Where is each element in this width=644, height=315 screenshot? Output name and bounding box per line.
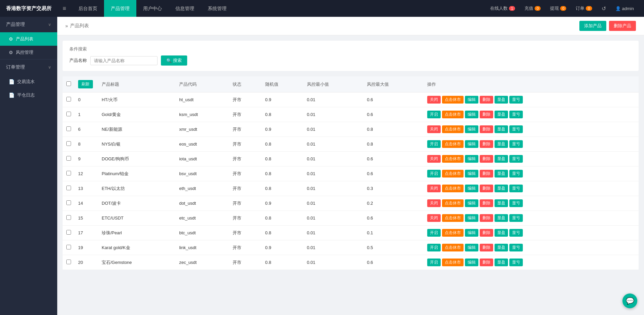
edit-button[interactable]: 编辑 <box>465 170 478 178</box>
sidebar-item-close-log[interactable]: 📄 平仓日志 <box>0 88 57 102</box>
edit-button[interactable]: 编辑 <box>465 259 478 266</box>
pause-button[interactable]: 点击休市 <box>442 214 464 222</box>
edit-button[interactable]: 编辑 <box>465 140 478 148</box>
show-loss-button[interactable]: 显亏 <box>509 96 523 104</box>
pause-button[interactable]: 点击休市 <box>442 111 464 118</box>
nav-item-products[interactable]: 产品管理 <box>104 0 136 17</box>
nav-item-system[interactable]: 系统管理 <box>201 0 233 17</box>
edit-button[interactable]: 编辑 <box>465 111 478 118</box>
show-loss-button[interactable]: 显亏 <box>509 125 523 133</box>
toggle-button[interactable]: 关闭 <box>427 199 441 207</box>
add-product-button[interactable]: 添加产品 <box>579 21 606 31</box>
pause-button[interactable]: 点击休市 <box>442 96 464 104</box>
sidebar-item-transactions[interactable]: 📄 交易流水 <box>0 75 57 88</box>
edit-button[interactable]: 编辑 <box>465 229 478 237</box>
show-loss-button[interactable]: 显亏 <box>509 111 523 118</box>
search-input[interactable] <box>90 56 158 65</box>
delete-row-button[interactable]: 删除 <box>480 244 493 251</box>
row-checkbox[interactable] <box>66 215 71 220</box>
show-profit-button[interactable]: 显盈 <box>495 259 508 266</box>
delete-row-button[interactable]: 删除 <box>480 259 493 266</box>
toggle-button[interactable]: 关闭 <box>427 214 441 222</box>
show-profit-button[interactable]: 显盈 <box>495 96 508 104</box>
nav-item-dashboard[interactable]: 后台首页 <box>72 0 104 17</box>
show-profit-button[interactable]: 显盈 <box>495 199 508 207</box>
delete-row-button[interactable]: 删除 <box>480 229 493 237</box>
show-loss-button[interactable]: 显亏 <box>509 199 523 207</box>
select-all-checkbox[interactable] <box>66 81 71 86</box>
edit-button[interactable]: 编辑 <box>465 244 478 251</box>
toggle-button[interactable]: 关闭 <box>427 155 441 163</box>
online-count-item[interactable]: 在线人数 1 <box>485 0 520 17</box>
show-profit-button[interactable]: 显盈 <box>495 229 508 237</box>
sidebar-item-risk-control[interactable]: ⚙ 风控管理 <box>0 46 57 59</box>
refresh-item[interactable]: ↺ <box>597 0 611 17</box>
edit-button[interactable]: 编辑 <box>465 199 478 207</box>
edit-button[interactable]: 编辑 <box>465 155 478 163</box>
show-profit-button[interactable]: 显盈 <box>495 111 508 118</box>
chat-bubble[interactable]: 💬 <box>622 293 637 308</box>
row-checkbox[interactable] <box>66 156 71 161</box>
delete-row-button[interactable]: 删除 <box>480 96 493 104</box>
row-checkbox[interactable] <box>66 200 71 205</box>
row-checkbox[interactable] <box>66 141 71 146</box>
toggle-button[interactable]: 关闭 <box>427 96 441 104</box>
admin-profile-item[interactable]: 👤 admin <box>611 0 639 17</box>
delete-row-button[interactable]: 删除 <box>480 125 493 133</box>
recharge-item[interactable]: 充值 0 <box>520 0 545 17</box>
toggle-button[interactable]: 开启 <box>427 170 441 178</box>
row-checkbox[interactable] <box>66 245 71 249</box>
row-checkbox[interactable] <box>66 126 71 131</box>
sidebar-group-title-products[interactable]: 产品管理 ∨ <box>0 17 57 32</box>
show-loss-button[interactable]: 显亏 <box>509 155 523 163</box>
refresh-button[interactable]: 刷新 <box>78 80 93 88</box>
show-loss-button[interactable]: 显亏 <box>509 229 523 237</box>
toggle-button[interactable]: 开启 <box>427 244 441 251</box>
show-profit-button[interactable]: 显盈 <box>495 155 508 163</box>
row-checkbox[interactable] <box>66 186 71 190</box>
pause-button[interactable]: 点击休市 <box>442 244 464 251</box>
pause-button[interactable]: 点击休市 <box>442 199 464 207</box>
show-profit-button[interactable]: 显盈 <box>495 185 508 192</box>
delete-product-button[interactable]: 删除产品 <box>609 21 636 31</box>
row-checkbox[interactable] <box>66 230 71 235</box>
pause-button[interactable]: 点击休市 <box>442 155 464 163</box>
toggle-button[interactable]: 开启 <box>427 229 441 237</box>
edit-button[interactable]: 编辑 <box>465 125 478 133</box>
delete-row-button[interactable]: 删除 <box>480 155 493 163</box>
show-loss-button[interactable]: 显亏 <box>509 259 523 266</box>
toggle-button[interactable]: 开启 <box>427 140 441 148</box>
sidebar-group-title-orders[interactable]: 订单管理 ∨ <box>0 60 57 75</box>
delete-row-button[interactable]: 删除 <box>480 170 493 178</box>
delete-row-button[interactable]: 删除 <box>480 199 493 207</box>
show-loss-button[interactable]: 显亏 <box>509 244 523 251</box>
show-profit-button[interactable]: 显盈 <box>495 170 508 178</box>
delete-row-button[interactable]: 删除 <box>480 140 493 148</box>
pause-button[interactable]: 点击休市 <box>442 185 464 192</box>
delete-row-button[interactable]: 删除 <box>480 185 493 192</box>
row-checkbox[interactable] <box>66 260 71 264</box>
show-loss-button[interactable]: 显亏 <box>509 185 523 192</box>
show-loss-button[interactable]: 显亏 <box>509 170 523 178</box>
delete-row-button[interactable]: 删除 <box>480 214 493 222</box>
row-checkbox[interactable] <box>66 171 71 175</box>
pause-button[interactable]: 点击休市 <box>442 229 464 237</box>
row-checkbox[interactable] <box>66 97 71 102</box>
edit-button[interactable]: 编辑 <box>465 185 478 192</box>
show-profit-button[interactable]: 显盈 <box>495 140 508 148</box>
toggle-button[interactable]: 开启 <box>427 259 441 266</box>
edit-button[interactable]: 编辑 <box>465 96 478 104</box>
show-profit-button[interactable]: 显盈 <box>495 214 508 222</box>
sidebar-toggle-icon[interactable]: ≡ <box>57 5 72 12</box>
pause-button[interactable]: 点击休市 <box>442 259 464 266</box>
nav-item-users[interactable]: 用户中心 <box>136 0 169 17</box>
toggle-button[interactable]: 关闭 <box>427 125 441 133</box>
pause-button[interactable]: 点击休市 <box>442 125 464 133</box>
show-profit-button[interactable]: 显盈 <box>495 244 508 251</box>
nav-item-info[interactable]: 信息管理 <box>169 0 201 17</box>
delete-row-button[interactable]: 删除 <box>480 111 493 118</box>
sidebar-item-product-list[interactable]: ⚙ 产品列表 <box>0 32 57 46</box>
withdraw-item[interactable]: 提现 0 <box>545 0 571 17</box>
show-profit-button[interactable]: 显盈 <box>495 125 508 133</box>
show-loss-button[interactable]: 显亏 <box>509 214 523 222</box>
